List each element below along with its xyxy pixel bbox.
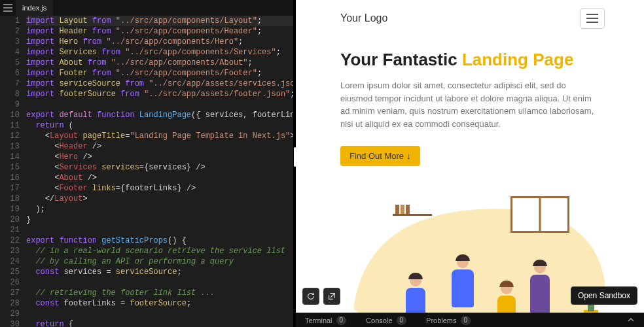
preview-body: Your Logo Your Fantastic Landing Page Lo…: [296, 0, 644, 327]
hero-illustration: [340, 190, 618, 327]
cta-label: Find Out More: [349, 151, 404, 161]
shelf-icon: [393, 203, 432, 216]
code-content[interactable]: import Layout from "../src/app/component…: [26, 16, 293, 327]
reload-button[interactable]: [302, 288, 319, 305]
preview-overlay-buttons: [302, 288, 340, 305]
person-standing-right-icon: [530, 262, 550, 314]
line-gutter: 1234567891011121314151617181920212223242…: [0, 16, 26, 327]
tab-console[interactable]: Console 0: [366, 316, 406, 325]
window-icon: [510, 196, 569, 233]
tab-problems-label: Problems: [426, 317, 456, 324]
chevron-up-icon[interactable]: [627, 316, 635, 325]
tab-bar: index.js: [0, 0, 293, 16]
menu-icon[interactable]: [0, 4, 16, 12]
bottom-tab-strip: Terminal 0 Console 0 Problems 0: [296, 313, 644, 327]
console-count-badge: 0: [397, 316, 407, 325]
nav-toggle-button[interactable]: [580, 8, 605, 29]
hero-headline: Your Fantastic Landing Page: [340, 50, 599, 70]
hero-headline-plain: Your Fantastic: [340, 50, 462, 69]
open-sandbox-button[interactable]: Open Sandbox: [571, 286, 637, 305]
open-external-button[interactable]: [323, 288, 340, 305]
tab-terminal[interactable]: Terminal 0: [305, 316, 346, 325]
tab-terminal-label: Terminal: [305, 317, 332, 324]
tab-indexjs[interactable]: index.js: [16, 0, 53, 16]
terminal-count-badge: 0: [336, 316, 347, 325]
hero-body: Lorem ipsum dolor sit amet, consectetur …: [340, 79, 599, 130]
logo-text: Your Logo: [340, 12, 387, 24]
problems-count-badge: 0: [461, 316, 471, 325]
hero-section: Your Fantastic Landing Page Lorem ipsum …: [296, 37, 644, 166]
hero-headline-accent: Landing Page: [462, 50, 573, 69]
tab-problems[interactable]: Problems 0: [426, 316, 471, 325]
code-area[interactable]: 1234567891011121314151617181920212223242…: [0, 16, 293, 327]
arrow-down-icon: ↓: [406, 151, 411, 161]
cta-button[interactable]: Find Out More↓: [340, 146, 420, 166]
preview-nav: Your Logo: [296, 0, 644, 37]
editor-pane: index.js 1234567891011121314151617181920…: [0, 0, 293, 327]
preview-pane: Your Logo Your Fantastic Landing Page Lo…: [296, 0, 644, 327]
person-standing-center-icon: [452, 256, 474, 307]
tab-console-label: Console: [366, 317, 392, 324]
